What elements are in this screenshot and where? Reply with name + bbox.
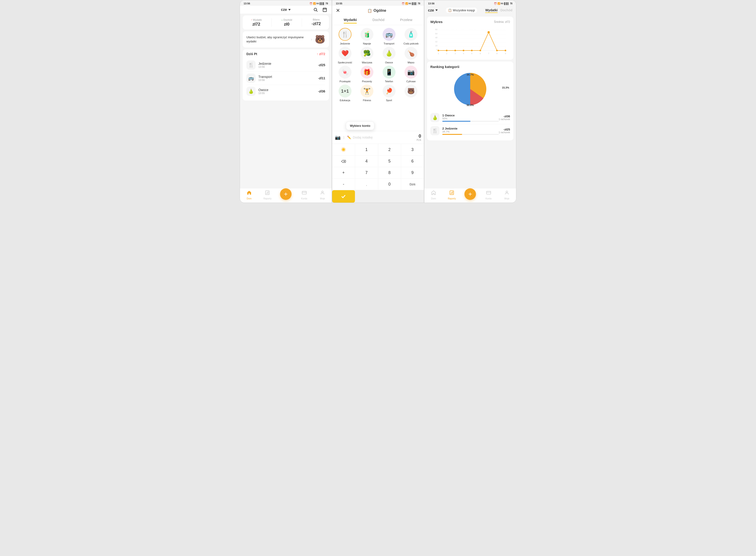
cat-owoce[interactable]: 🍐 Owoce: [379, 47, 399, 64]
cat-cyfrowe-icon: 📷: [404, 66, 418, 79]
transport-details: Transport 13:56: [258, 75, 318, 81]
nav-moje-3[interactable]: Moje: [501, 190, 513, 200]
svg-rect-2: [323, 8, 327, 11]
rank-jedzenie-amount: -zł25 1 rachunek: [499, 128, 510, 134]
wydatki-label: ↑ Wydatki: [251, 18, 262, 22]
close-button[interactable]: ✕: [336, 8, 340, 13]
cat-cyfrowe[interactable]: 📷 Cyfrowe: [401, 66, 421, 83]
all-books-button[interactable]: 📋 Wszystkie księgi: [446, 8, 477, 13]
raporty-icon: [265, 190, 270, 197]
tab-wydatki-reports[interactable]: Wydatki: [485, 8, 497, 13]
cat-cyfrowe-name: Cyfrowe: [406, 80, 416, 83]
cat-fitness[interactable]: 🏋️ Fitness: [357, 84, 377, 102]
book-icon: 📋: [367, 8, 372, 13]
transport-icon: 🚌: [246, 73, 256, 83]
month-selector[interactable]: cze: [281, 8, 291, 12]
svg-rect-10: [302, 191, 306, 194]
bottom-nav-3: Dom Raporty + Konta: [424, 188, 516, 203]
key-comma[interactable]: ,: [355, 179, 378, 190]
pie-chart-container: 34.7% 15.3% 50.0%: [430, 71, 510, 107]
transaction-jedzenie[interactable]: 🍴 Jedzenie 13:56 -zł25: [246, 59, 325, 72]
select-account-popup[interactable]: Wybierz konto: [346, 121, 374, 130]
nav-dom-label: Dom: [247, 197, 251, 200]
key-confirm[interactable]: [332, 190, 355, 203]
budget-banner[interactable]: Utwórz budżet, aby ograniczyć impulsywne…: [243, 31, 329, 47]
cat-prezenty-icon: 🎁: [360, 66, 373, 79]
transport-name: Transport: [258, 75, 318, 79]
cat-bear[interactable]: 🐻: [401, 84, 421, 102]
nav-raporty-label-3: Raporty: [448, 197, 456, 200]
reports-month-selector[interactable]: cze: [428, 8, 438, 12]
nav-raporty-3[interactable]: Raporty: [446, 190, 458, 200]
rank-owoce-amount: -zł36 1 rachunek: [499, 114, 510, 120]
key-today[interactable]: Dziś: [401, 179, 424, 190]
key-0[interactable]: 0: [378, 179, 401, 190]
cat-przekaski-name: Przekąski: [339, 80, 351, 83]
cat-jedzenie[interactable]: 🍴 Jedzenie: [335, 28, 355, 45]
add-button-3[interactable]: +: [464, 188, 476, 200]
cat-telefon-name: Telefon: [385, 80, 393, 83]
cat-telefon[interactable]: 📱 Telefon: [379, 66, 399, 83]
add-button-1[interactable]: +: [280, 188, 292, 200]
key-3[interactable]: 3: [401, 144, 424, 155]
cat-warzywa-icon: 🥦: [360, 47, 373, 60]
key-backspace[interactable]: [332, 155, 355, 167]
key-5[interactable]: 5: [378, 155, 401, 167]
key-minus[interactable]: -: [332, 179, 355, 190]
note-placeholder[interactable]: Dodaj notatkę: [353, 136, 415, 139]
cat-przekaski[interactable]: 🍬 Przekąski: [335, 66, 355, 83]
key-6[interactable]: 6: [401, 155, 424, 167]
key-9[interactable]: 9: [401, 167, 424, 178]
nav-dom-3[interactable]: Dom: [428, 190, 439, 200]
tab-wydatki[interactable]: Wydatki: [340, 16, 360, 23]
svg-point-30: [463, 50, 464, 51]
rank-jedzenie-details: 2 Jedzenie 34.7%: [442, 127, 499, 135]
cat-mieso-icon: 🍗: [404, 47, 418, 60]
camera-icon[interactable]: 📷: [335, 135, 341, 140]
transaction-transport[interactable]: 🚌 Transport 13:56 -zł11: [246, 72, 325, 85]
tab-dochod[interactable]: Dochód: [369, 16, 388, 23]
cat-napoje[interactable]: 🧃 Napoje: [357, 28, 377, 45]
transaction-owoce[interactable]: 🍐 Owoce 13:55 -zł36: [246, 85, 325, 98]
amount-display: 0 PLN: [417, 134, 421, 141]
tab-przelew[interactable]: Przelew: [396, 16, 416, 23]
wydatki-value: zł72: [252, 22, 260, 27]
nav-konta[interactable]: Konta: [298, 190, 310, 200]
bear-mascot: 🐻: [315, 35, 325, 44]
key-2[interactable]: 2: [378, 144, 401, 155]
nav-dom[interactable]: Dom: [243, 190, 255, 200]
nav-konta-3[interactable]: Konta: [483, 190, 494, 200]
svg-text:2: 2: [446, 52, 447, 55]
key-4[interactable]: 4: [355, 155, 378, 167]
nav-moje[interactable]: Moje: [317, 190, 328, 200]
cat-mieso[interactable]: 🍗 Mięso: [401, 47, 421, 64]
search-button[interactable]: [312, 6, 319, 13]
key-sun[interactable]: ☀️: [332, 144, 355, 155]
divider-1: [272, 18, 272, 27]
note-input-row: 📷 | ✏️ Dodaj notatkę 0 PLN: [332, 131, 424, 144]
cat-transport[interactable]: 🚌 Transport: [379, 28, 399, 45]
cat-warzywa[interactable]: 🥦 Warzywa: [357, 47, 377, 64]
dom-icon-3: [431, 190, 436, 197]
calendar-button[interactable]: [322, 6, 328, 13]
rank-item-owoce[interactable]: 🍐 1 Owoce 50% -zł36 1 rachunek: [430, 111, 510, 124]
owoce-name: Owoce: [258, 88, 318, 92]
rank-item-jedzenie[interactable]: 🍴 2 Jedzenie 34.7% -zł25 1 rachunek: [430, 124, 510, 137]
key-7[interactable]: 7: [355, 167, 378, 178]
key-8[interactable]: 8: [378, 167, 401, 178]
dom-icon: [247, 190, 252, 197]
key-plus[interactable]: +: [332, 167, 355, 178]
cat-sport[interactable]: 🏓 Sport: [379, 84, 399, 102]
cat-transport-name: Transport: [384, 42, 394, 45]
cat-spolecznosc[interactable]: ❤️ Społeczność: [335, 47, 355, 64]
svg-point-0: [314, 8, 317, 11]
cat-prezenty[interactable]: 🎁 Prezenty: [357, 66, 377, 83]
nav-raporty[interactable]: Raporty: [262, 190, 273, 200]
dochod-label: ↓ Dochód: [281, 18, 292, 22]
tab-dochod-reports[interactable]: Dochód: [500, 8, 512, 13]
owoce-amount: -zł36: [318, 90, 325, 93]
key-1[interactable]: 1: [355, 144, 378, 155]
cat-edukacja[interactable]: 1+1 Edukacja: [335, 84, 355, 102]
svg-point-35: [505, 50, 506, 51]
cat-codzpotrzeb[interactable]: 🧴 Codz.potrzeb: [401, 28, 421, 45]
